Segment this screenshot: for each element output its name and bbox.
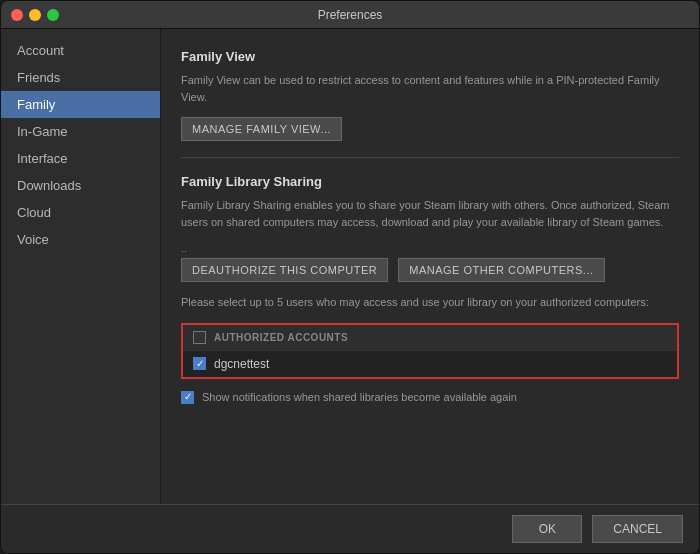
content-area: Family View Family View can be used to r…: [161, 29, 699, 504]
sidebar-item-downloads[interactable]: Downloads: [1, 172, 160, 199]
sidebar-item-family[interactable]: Family: [1, 91, 160, 118]
select-users-text: Please select up to 5 users who may acce…: [181, 294, 679, 311]
sidebar: Account Friends Family In-Game Interface…: [1, 29, 161, 504]
account-row-dgcnettest: dgcnettest: [183, 351, 677, 377]
minimize-button[interactable]: [29, 9, 41, 21]
authorized-header-checkbox[interactable]: [193, 331, 206, 344]
ok-button[interactable]: OK: [512, 515, 582, 543]
sidebar-item-interface[interactable]: Interface: [1, 145, 160, 172]
authorized-accounts-box: AUTHORIZED ACCOUNTS dgcnettest: [181, 323, 679, 379]
titlebar: Preferences: [1, 1, 699, 29]
manage-computers-button[interactable]: MANAGE OTHER COMPUTERS...: [398, 258, 604, 282]
sidebar-item-ingame[interactable]: In-Game: [1, 118, 160, 145]
main-layout: Account Friends Family In-Game Interface…: [1, 29, 699, 504]
cancel-button[interactable]: CANCEL: [592, 515, 683, 543]
authorized-header-label: AUTHORIZED ACCOUNTS: [214, 332, 348, 343]
window-controls: [11, 9, 59, 21]
sidebar-item-friends[interactable]: Friends: [1, 64, 160, 91]
maximize-button[interactable]: [47, 9, 59, 21]
deauthorize-button[interactable]: DEAUTHORIZE THIS COMPUTER: [181, 258, 388, 282]
window-title: Preferences: [318, 8, 383, 22]
footer: OK CANCEL: [1, 504, 699, 553]
library-button-row: DEAUTHORIZE THIS COMPUTER MANAGE OTHER C…: [181, 258, 679, 282]
close-button[interactable]: [11, 9, 23, 21]
sidebar-item-voice[interactable]: Voice: [1, 226, 160, 253]
section-divider: [181, 157, 679, 158]
preferences-window: Preferences Account Friends Family In-Ga…: [0, 0, 700, 554]
account-checkbox-dgcnettest[interactable]: [193, 357, 206, 370]
notify-checkbox[interactable]: [181, 391, 194, 404]
notify-row: Show notifications when shared libraries…: [181, 391, 679, 404]
authorized-header-row: AUTHORIZED ACCOUNTS: [183, 325, 677, 351]
ellipsis-text: ..: [181, 242, 679, 254]
sidebar-item-account[interactable]: Account: [1, 37, 160, 64]
family-view-title: Family View: [181, 49, 679, 64]
family-view-desc: Family View can be used to restrict acce…: [181, 72, 679, 105]
sidebar-item-cloud[interactable]: Cloud: [1, 199, 160, 226]
notify-text: Show notifications when shared libraries…: [202, 391, 517, 403]
library-sharing-title: Family Library Sharing: [181, 174, 679, 189]
manage-family-view-button[interactable]: MANAGE FAMILY VIEW...: [181, 117, 342, 141]
library-sharing-desc: Family Library Sharing enables you to sh…: [181, 197, 679, 230]
account-name-dgcnettest: dgcnettest: [214, 357, 269, 371]
